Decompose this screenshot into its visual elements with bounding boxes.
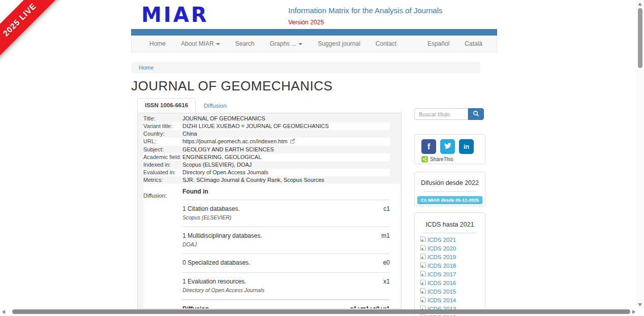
breadcrumb-home-link[interactable]: Home <box>139 65 154 71</box>
magnifier-icon <box>473 110 479 119</box>
indexed-in-links[interactable]: Scopus (ELSEVIER), DOAJ <box>182 161 390 169</box>
scroll-up-arrow-icon[interactable] <box>638 3 642 6</box>
twitter-icon <box>444 142 452 151</box>
table-row: URL: https://journal.geomech.ac.cn/index… <box>143 138 390 146</box>
caret-down-icon <box>216 43 220 45</box>
nav-language: Español Català <box>420 40 497 47</box>
twitter-share-button[interactable] <box>440 139 455 154</box>
icds-year-link[interactable]: ICDS 2015 <box>427 288 456 296</box>
list-item: ICDS 2017 <box>420 270 485 279</box>
icds-box: ICDS hasta 2021 ICDS 2021 ICDS 2020 ICDS… <box>414 212 485 316</box>
diffusion-row-text: 0 Specialized databases. <box>182 259 250 267</box>
subject-link[interactable]: GEOLOGY AND EARTH SCIENCES <box>182 146 390 153</box>
page-title: JOURNAL OF GEOMECHANICS <box>131 78 332 94</box>
scroll-down-arrow-icon[interactable] <box>638 303 642 306</box>
facebook-share-button[interactable]: f <box>421 139 436 154</box>
nav-item-suggest-journal[interactable]: Suggest journal <box>310 40 367 47</box>
evaluated-in-link[interactable]: Directory of Open Access Journals <box>182 169 390 176</box>
facebook-icon: f <box>427 142 431 152</box>
nav-item-search[interactable]: Search <box>228 40 262 47</box>
country-link[interactable]: China <box>182 130 390 138</box>
site-header: MIAR Information Matrix for the Analysis… <box>131 0 497 29</box>
nav-item-contact[interactable]: Contact <box>368 40 404 47</box>
icds-year-link[interactable]: ICDS 2019 <box>427 254 456 261</box>
diffusion-label: Diffusion: <box>143 184 182 309</box>
tab-diffusion[interactable]: Diffusion <box>204 103 227 109</box>
broken-image-icon <box>420 244 426 253</box>
diffusion-row-detail: Directory of Open Access Journals <box>182 287 390 294</box>
caret-down-icon <box>298 43 302 45</box>
detail-label: URL: <box>143 138 182 146</box>
browser-viewport: 2025 LIVE MIAR Information Matrix for th… <box>0 0 644 316</box>
vertical-scrollbar[interactable] <box>636 0 644 308</box>
diffusion-row: 0 Specialized databases. e0 <box>182 254 390 273</box>
nav-item-graphs[interactable]: Graphs ... <box>262 40 311 47</box>
detail-label: Academic field: <box>143 153 182 161</box>
broken-image-icon <box>420 262 426 270</box>
academic-field-link[interactable]: ENGINEERING, GEOLOGICAL <box>182 153 390 161</box>
nav-item-about-miar[interactable]: About MIAR <box>173 40 228 47</box>
sharethis-icon <box>421 156 428 163</box>
table-row: Indexed in: Scopus (ELSEVIER), DOAJ <box>143 161 390 169</box>
diffusion-row-detail: Scopus (ELSEVIER) <box>182 214 390 221</box>
diffusion-table: Found in 1 Citation databases. c1 Scopus… <box>182 184 401 309</box>
header-accent-bar <box>131 29 497 36</box>
nav-item-catala[interactable]: Català <box>457 40 490 47</box>
external-link-icon <box>290 138 295 146</box>
nav-left: Home About MIAR Search Graphs ... Sugges… <box>132 40 404 47</box>
icds-year-link[interactable]: ICDS 2014 <box>427 297 456 304</box>
detail-label: Evaluated in: <box>143 169 182 176</box>
list-item: ICDS 2021 <box>420 236 485 244</box>
diffusion-row-text: 1 Evaluation resources. <box>182 278 246 286</box>
search-button[interactable] <box>468 108 484 120</box>
nav-item-espanol[interactable]: Español <box>420 40 457 47</box>
broken-image-icon <box>420 288 426 296</box>
list-item: ICDS 2015 <box>420 288 485 296</box>
diffusion-row-code: x1 <box>383 278 390 286</box>
live-ribbon: 2025 LIVE <box>0 0 67 67</box>
journal-details-table: Title: JOURNAL OF GEOMECHANICS Variant t… <box>138 113 401 184</box>
sharethis-button[interactable]: ShareThis <box>421 156 485 163</box>
table-row: Country: China <box>143 130 390 138</box>
icds-year-link[interactable]: ICDS 2018 <box>427 262 456 270</box>
icds-year-link[interactable]: ICDS 2017 <box>427 271 456 278</box>
diffusion-row-code: c1 <box>383 205 390 213</box>
search-input[interactable] <box>414 108 468 120</box>
broken-image-icon <box>420 236 426 244</box>
scroll-right-arrow-icon[interactable] <box>632 310 635 314</box>
icds-list: ICDS 2021 ICDS 2020 ICDS 2019 ICDS 2018 … <box>415 233 485 316</box>
divider <box>423 191 476 192</box>
diffusion-row-code: m1 <box>381 232 390 240</box>
icds-year-link[interactable]: ICDS 2016 <box>427 279 456 287</box>
horizontal-scrollbar-thumb[interactable] <box>12 309 630 314</box>
diffusion-row-text: 1 Multidisciplinary databases. <box>182 232 262 240</box>
miar-logo[interactable]: MIAR <box>141 3 208 26</box>
site-tagline: Information Matrix for the Analysis of J… <box>288 6 442 15</box>
detail-label: Indexed in: <box>143 161 182 169</box>
found-in-header: Found in <box>182 184 390 200</box>
linkedin-share-button[interactable]: in <box>459 139 474 154</box>
detail-label: Title: <box>143 115 182 122</box>
icds-year-link[interactable]: ICDS 2021 <box>427 236 456 244</box>
diffusion-row: 1 Evaluation resources. x1 Directory of … <box>182 273 390 300</box>
difusion-desde-title: Difusión desde 2022 <box>415 179 485 186</box>
icds-title: ICDS hasta 2021 <box>415 221 485 228</box>
nav-item-home[interactable]: Home <box>142 40 173 47</box>
horizontal-scrollbar[interactable] <box>0 307 636 316</box>
detail-label: Subject: <box>143 146 182 153</box>
metrics-links[interactable]: SJR. SCImago Journal & Country Rank, Sco… <box>182 176 390 184</box>
detail-value: JOURNAL OF GEOMECHANICS <box>182 115 390 122</box>
scroll-left-arrow-icon[interactable] <box>2 310 5 314</box>
icds-year-link[interactable]: ICDS 2020 <box>427 245 456 252</box>
table-row: Metrics: SJR. SCImago Journal & Country … <box>143 176 390 184</box>
diffusion-row: 1 Citation databases. c1 Scopus (ELSEVIE… <box>182 200 390 227</box>
live-ribbon-label: 2025 LIVE <box>2 2 39 39</box>
list-item: ICDS 2019 <box>420 253 485 262</box>
journal-url-link[interactable]: https://journal.geomech.ac.cn/indexen.ht… <box>182 138 390 146</box>
list-item: ICDS 2016 <box>420 279 485 288</box>
diffusion-section: Diffusion: Found in 1 Citation databases… <box>143 184 401 309</box>
site-version: Versión 2025 <box>288 19 324 26</box>
diffusion-row: 1 Multidisciplinary databases. m1 DOAJ <box>182 227 390 254</box>
vertical-scrollbar-thumb[interactable] <box>638 8 642 68</box>
tab-issn[interactable]: ISSN 1006-6616 <box>137 98 196 113</box>
